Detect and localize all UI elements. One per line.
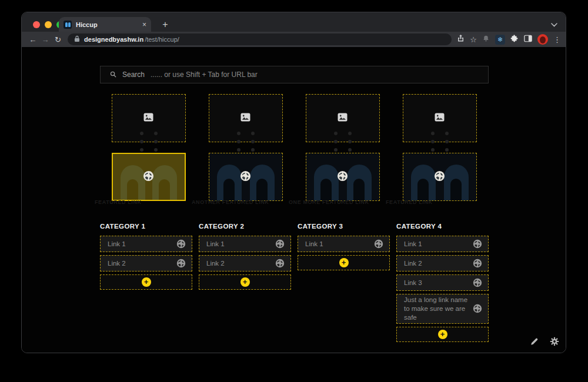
background-arch-shape (411, 165, 436, 201)
background-dots (140, 132, 158, 152)
search-bar[interactable]: Search ...... or use Shift + Tab for URL… (100, 66, 489, 83)
reload-icon[interactable]: ↻ (52, 35, 64, 44)
featured-tile-label: ONE MORE FEATURED LINK (289, 199, 369, 205)
featured-tiles-row-1 (100, 94, 489, 142)
close-window-button[interactable] (33, 21, 40, 28)
bookmark-star-icon[interactable]: ☆ (470, 35, 477, 44)
plus-icon: + (142, 277, 151, 287)
image-placeholder-icon (338, 113, 348, 124)
link-label: Link 2 (108, 259, 129, 268)
link-label: Link 1 (305, 240, 327, 249)
link-item[interactable]: Link 2 (199, 255, 291, 272)
category-column-1: CATEGORY 1Link 1Link 2+ (100, 223, 192, 293)
category-title: CATEGORY 2 (199, 223, 291, 230)
featured-tile-label: FEATURED LINK (386, 199, 433, 205)
globe-icon (473, 278, 482, 287)
link-label: Link 2 (206, 259, 228, 268)
background-arch-shape (250, 165, 275, 201)
featured-tile-slot: ONE MORE FEATURED LINK (294, 153, 391, 201)
featured-tile-slot (100, 94, 197, 142)
address-bar[interactable]: designedbyashw.in /test/hiccup/ (68, 33, 452, 45)
globe-icon (240, 170, 251, 184)
globe-icon (473, 304, 482, 313)
menu-kebab-icon[interactable]: ⋮ (553, 35, 561, 44)
link-label: Link 1 (404, 240, 426, 249)
new-tab-button[interactable]: + (158, 18, 172, 32)
edit-pencil-icon[interactable] (530, 337, 539, 349)
tab-search-chevron-icon[interactable] (551, 19, 557, 29)
featured-tile-slot: FEATURED LINK (100, 153, 197, 201)
featured-tile[interactable] (209, 153, 283, 201)
add-link-button[interactable]: + (396, 327, 489, 342)
link-item[interactable]: Link 2 (396, 255, 489, 272)
back-arrow-icon[interactable]: ← (26, 35, 39, 44)
search-placeholder: Search (122, 71, 145, 79)
image-placeholder-icon (240, 113, 250, 124)
category-title: CATEGORY 1 (100, 223, 192, 230)
link-item[interactable]: Link 1 (396, 236, 489, 252)
link-item[interactable]: Link 2 (100, 255, 192, 272)
featured-tile-slot: ANOTHER FEATURED LINK (197, 153, 294, 201)
magnifier-icon (110, 69, 116, 80)
globe-icon (473, 239, 482, 249)
background-arch-shape (347, 165, 372, 201)
globe-icon (275, 259, 285, 268)
featured-tile-slot: FEATURED LINK (391, 153, 488, 201)
featured-tile[interactable] (306, 153, 380, 201)
link-item[interactable]: Link 1 (298, 236, 390, 252)
link-label: Just a long link name to make sure we ar… (404, 296, 473, 322)
search-hint: ...... or use Shift + Tab for URL bar (151, 71, 258, 79)
globe-icon (473, 259, 482, 268)
snowflake-extension-icon[interactable]: ❄ (495, 35, 505, 45)
featured-tile-slot (391, 94, 488, 142)
categories-section: CATEGORY 1Link 1Link 2+CATEGORY 2Link 1L… (100, 223, 489, 345)
featured-tiles-row-2: FEATURED LINKANOTHER FEATURED LINKONE MO… (100, 153, 489, 201)
link-item[interactable]: Link 1 (100, 236, 192, 252)
plus-icon: + (438, 330, 447, 339)
globe-icon (176, 259, 186, 268)
image-placeholder-icon (435, 113, 445, 124)
globe-icon (176, 239, 186, 249)
add-link-button[interactable]: + (199, 274, 291, 290)
featured-tile-slot (197, 94, 294, 142)
minimize-window-button[interactable] (45, 21, 52, 28)
tab-close-icon[interactable]: × (142, 21, 146, 28)
forward-arrow-icon[interactable]: → (39, 35, 51, 44)
add-link-button[interactable]: + (100, 274, 192, 290)
link-label: Link 3 (404, 279, 426, 287)
globe-icon (374, 239, 383, 249)
background-arch-shape (217, 165, 242, 201)
link-label: Link 1 (206, 240, 228, 249)
browser-toolbar: ← → ↻ designedbyashw.in /test/hiccup/ ☆ … (22, 32, 566, 47)
extensions-puzzle-icon[interactable] (510, 34, 519, 45)
url-domain: designedbyashw.in (84, 36, 143, 43)
browser-tab-hiccup[interactable]: Hiccup × (59, 17, 151, 32)
lock-icon (74, 34, 80, 45)
add-link-button[interactable]: + (298, 255, 390, 270)
link-item[interactable]: Link 3 (396, 274, 489, 291)
settings-gear-icon[interactable] (550, 337, 559, 349)
share-icon[interactable] (457, 34, 465, 45)
background-arch-shape (314, 165, 339, 201)
globe-icon (143, 170, 154, 184)
background-dots (237, 132, 255, 152)
background-dots (431, 132, 449, 152)
category-column-2: CATEGORY 2Link 1Link 2+ (199, 223, 291, 293)
category-title: CATEGORY 3 (298, 223, 390, 230)
globe-icon (434, 170, 445, 184)
featured-tile[interactable] (403, 153, 477, 201)
tab-title: Hiccup (76, 21, 138, 28)
background-dots (334, 132, 352, 152)
background-arch-shape (444, 165, 469, 201)
url-path: /test/hiccup/ (145, 36, 179, 43)
featured-tile-label: FEATURED LINK (95, 199, 142, 205)
tab-strip: Hiccup × + (22, 12, 566, 32)
plus-icon: + (240, 277, 250, 287)
side-panel-icon[interactable] (524, 34, 532, 45)
link-label: Link 2 (404, 259, 426, 268)
profile-avatar[interactable] (537, 34, 548, 45)
link-item[interactable]: Link 1 (199, 236, 291, 252)
notification-bell-icon[interactable] (482, 34, 490, 45)
featured-tile-selected[interactable] (112, 153, 186, 201)
link-item[interactable]: Just a long link name to make sure we ar… (396, 294, 489, 324)
